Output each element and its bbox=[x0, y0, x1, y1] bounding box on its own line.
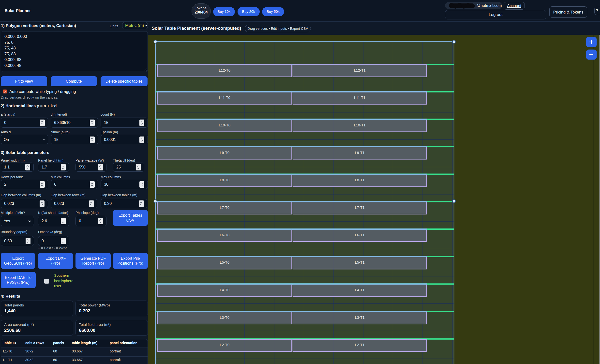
svg-text:L8-T1: L8-T1 bbox=[355, 178, 364, 182]
svg-text:L4-T1: L4-T1 bbox=[355, 288, 364, 292]
svg-text:L3-T0: L3-T0 bbox=[220, 315, 229, 319]
svg-text:L3-T1: L3-T1 bbox=[355, 315, 364, 319]
svg-text:L9-T0: L9-T0 bbox=[220, 150, 229, 154]
svg-text:L7-T0: L7-T0 bbox=[220, 205, 229, 210]
svg-text:L9-T1: L9-T1 bbox=[355, 150, 364, 154]
svg-text:L2-T0: L2-T0 bbox=[220, 343, 229, 347]
svg-text:L8-T0: L8-T0 bbox=[220, 178, 229, 182]
svg-text:L12-T1: L12-T1 bbox=[354, 68, 366, 72]
svg-text:L10-T0: L10-T0 bbox=[219, 123, 230, 127]
svg-text:L2-T1: L2-T1 bbox=[355, 343, 364, 347]
svg-text:L11-T1: L11-T1 bbox=[354, 95, 365, 100]
svg-text:L10-T1: L10-T1 bbox=[354, 123, 366, 127]
svg-text:L11-T0: L11-T0 bbox=[219, 95, 230, 100]
svg-text:L5-T0: L5-T0 bbox=[220, 260, 229, 264]
svg-text:L4-T0: L4-T0 bbox=[220, 288, 229, 292]
svg-text:L5-T1: L5-T1 bbox=[355, 260, 364, 264]
svg-text:L6-T0: L6-T0 bbox=[220, 233, 229, 237]
svg-text:L6-T1: L6-T1 bbox=[355, 233, 364, 237]
svg-text:L12-T0: L12-T0 bbox=[219, 68, 230, 72]
svg-text:L7-T1: L7-T1 bbox=[355, 205, 364, 210]
